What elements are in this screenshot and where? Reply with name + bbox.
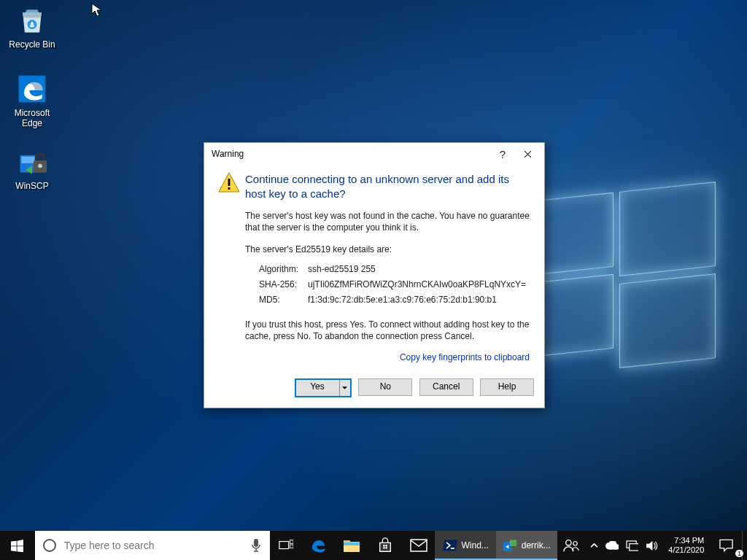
volume-icon[interactable]: [646, 540, 658, 551]
key-details: Algorithm:ssh-ed25519 255 SHA-256:ujTIi0…: [257, 261, 528, 308]
desktop-icon-edge[interactable]: Microsoft Edge: [4, 73, 60, 128]
system-tray[interactable]: [586, 531, 662, 560]
desktop-icon-recycle-bin[interactable]: Recycle Bin: [4, 4, 60, 50]
svg-rect-9: [254, 539, 258, 547]
winscp-icon: [503, 539, 517, 552]
notification-badge: 1: [735, 550, 743, 557]
dialog-title: Warning: [212, 149, 244, 159]
svg-point-5: [38, 164, 42, 168]
svg-rect-10: [279, 542, 289, 549]
taskbar-running-powershell[interactable]: Wind...: [435, 531, 496, 560]
network-icon[interactable]: [626, 540, 638, 551]
task-label: derrik...: [522, 540, 551, 551]
svg-rect-6: [228, 179, 231, 186]
notifications-icon: [719, 539, 733, 552]
taskbar-pinned-explorer[interactable]: [335, 531, 368, 560]
taskbar-clock[interactable]: 7:34 PM 4/21/2020: [662, 531, 710, 560]
desktop-icon-label: Microsoft Edge: [4, 108, 60, 128]
svg-rect-17: [510, 540, 516, 546]
dialog-buttons: Yes No Cancel Help: [204, 371, 544, 408]
no-button[interactable]: No: [358, 378, 412, 396]
action-center-button[interactable]: 1: [710, 531, 742, 560]
people-button[interactable]: [557, 531, 587, 560]
file-explorer-icon: [343, 537, 360, 553]
edge-icon: [16, 73, 48, 105]
cortana-icon: [42, 538, 57, 553]
svg-rect-11: [290, 540, 293, 544]
yes-dropdown[interactable]: [339, 380, 350, 396]
edge-icon: [309, 537, 327, 554]
people-icon: [563, 538, 579, 553]
dialog-titlebar[interactable]: Warning ?: [204, 143, 544, 165]
store-icon: [377, 537, 393, 553]
svg-rect-3: [21, 157, 34, 163]
dialog-heading: Continue connecting to an unknown server…: [245, 172, 530, 201]
taskbar: Wind... derrik... 7:34 PM 4/21/2020 1: [0, 531, 747, 560]
svg-rect-7: [228, 187, 231, 190]
mic-icon[interactable]: [251, 538, 261, 553]
windows-logo-wallpaper: [528, 182, 718, 372]
help-button[interactable]: ?: [490, 146, 515, 162]
desktop[interactable]: Recycle Bin Microsoft Edge WinSCP Warnin…: [0, 0, 747, 531]
task-label: Wind...: [462, 540, 489, 551]
windows-icon: [11, 540, 23, 552]
clock-time: 7:34 PM: [668, 536, 704, 545]
dialog-text: The server's host key was not found in t…: [245, 210, 530, 233]
svg-rect-12: [290, 545, 293, 548]
start-button[interactable]: [0, 531, 35, 560]
chevron-up-icon[interactable]: [590, 542, 598, 548]
svg-rect-21: [630, 543, 638, 550]
svg-rect-14: [344, 542, 360, 545]
desktop-icon-label: WinSCP: [4, 181, 60, 191]
desktop-icon-label: Recycle Bin: [4, 39, 60, 50]
show-desktop-button[interactable]: [742, 531, 747, 560]
taskbar-pinned-edge[interactable]: [301, 531, 335, 560]
mail-icon: [410, 539, 427, 552]
search-box[interactable]: [35, 531, 270, 560]
taskbar-running-winscp[interactable]: derrik...: [496, 531, 557, 560]
powershell-icon: [443, 540, 457, 551]
warning-dialog: Warning ? Continue connecting to an unkn…: [204, 142, 545, 408]
winscp-icon: [16, 146, 48, 178]
dialog-text: The server's Ed25519 key details are:: [245, 244, 530, 255]
svg-point-19: [573, 542, 578, 546]
onedrive-icon[interactable]: [605, 541, 619, 550]
cancel-button[interactable]: Cancel: [419, 378, 473, 396]
warning-icon: [217, 171, 241, 194]
yes-button[interactable]: Yes: [295, 378, 352, 397]
svg-rect-15: [411, 540, 427, 551]
desktop-icon-winscp[interactable]: WinSCP: [4, 146, 60, 191]
svg-point-8: [44, 540, 55, 551]
chevron-down-icon: [342, 386, 347, 389]
cursor-icon: [91, 3, 103, 18]
help-button[interactable]: Help: [480, 378, 534, 396]
close-button[interactable]: [515, 146, 540, 162]
task-view-button[interactable]: [270, 531, 302, 560]
question-icon: ?: [500, 148, 506, 160]
recycle-bin-icon: [16, 4, 48, 36]
dialog-text: If you trust this host, press Yes. To co…: [245, 319, 530, 342]
task-view-icon: [279, 540, 293, 551]
taskbar-pinned-store[interactable]: [368, 531, 402, 560]
svg-point-18: [566, 540, 571, 545]
close-icon: [524, 150, 532, 158]
search-input[interactable]: [63, 532, 247, 559]
copy-fingerprints-link[interactable]: Copy key fingerprints to clipboard: [245, 352, 530, 362]
clock-date: 4/21/2020: [668, 545, 704, 555]
taskbar-pinned-mail[interactable]: [402, 531, 436, 560]
